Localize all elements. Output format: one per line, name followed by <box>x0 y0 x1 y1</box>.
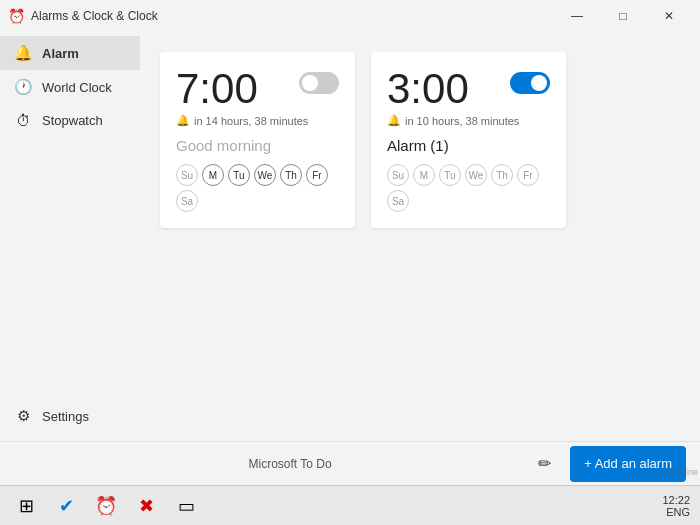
alarm-grid: 7:00 🔔 in 14 hours, 38 minutes Good morn… <box>160 52 680 228</box>
gear-icon: ⚙ <box>14 407 32 425</box>
minimize-button[interactable]: — <box>554 0 600 32</box>
app-icon: ⏰ <box>8 8 25 24</box>
day-chip-m[interactable]: M <box>202 164 224 186</box>
title-bar: ⏰ Alarms & Clock & Clock — □ ✕ <box>0 0 700 32</box>
toggle-thumb <box>531 75 547 91</box>
day-chip-th[interactable]: Th <box>280 164 302 186</box>
day-chip-fr[interactable]: Fr <box>517 164 539 186</box>
day-chip-su[interactable]: Su <box>387 164 409 186</box>
settings-label: Settings <box>42 409 89 424</box>
bottom-right: ✏ + Add an alarm <box>526 446 686 482</box>
title-bar-left: ⏰ Alarms & Clock & Clock <box>8 8 158 24</box>
day-chip-tu[interactable]: Tu <box>228 164 250 186</box>
alarm-time-remaining: in 14 hours, 38 minutes <box>194 115 308 127</box>
close-button[interactable]: ✕ <box>646 0 692 32</box>
alarm-header: 3:00 <box>387 68 550 110</box>
title-bar-controls: — □ ✕ <box>554 0 692 32</box>
sidebar-label-alarm: Alarm <box>42 46 79 61</box>
taskbar-icons: ⊞✔⏰✖▭ <box>10 490 202 522</box>
bottom-center-text: Microsoft To Do <box>249 457 332 471</box>
alarm-bell-icon: 🔔 <box>176 114 190 127</box>
alarm-time-remaining: in 10 hours, 38 minutes <box>405 115 519 127</box>
alarm-label: Alarm (1) <box>387 137 550 154</box>
alarm-icon: 🔔 <box>14 44 32 62</box>
days-row: SuMTuWeThFrSa <box>176 164 339 212</box>
taskbar: ⊞✔⏰✖▭ 12:22 ENG <box>0 485 700 525</box>
main-content: 7:00 🔔 in 14 hours, 38 minutes Good morn… <box>140 32 700 441</box>
maximize-button[interactable]: □ <box>600 0 646 32</box>
day-chip-we[interactable]: We <box>254 164 276 186</box>
taskbar-time: 12:22 <box>662 494 690 506</box>
day-chip-sa[interactable]: Sa <box>176 190 198 212</box>
sidebar-label-stopwatch: Stopwatch <box>42 113 103 128</box>
cancel-icon[interactable]: ✖ <box>130 490 162 522</box>
alarm-subtext: 🔔 in 14 hours, 38 minutes <box>176 114 339 127</box>
day-chip-m[interactable]: M <box>413 164 435 186</box>
app-body: 🔔 Alarm 🕐 World Clock ⏱ Stopwatch ⚙ Sett… <box>0 32 700 441</box>
sidebar-item-settings[interactable]: ⚙ Settings <box>0 399 140 433</box>
day-chip-tu[interactable]: Tu <box>439 164 461 186</box>
sidebar-bottom: ⚙ Settings <box>0 137 140 441</box>
worldclock-icon: 🕐 <box>14 78 32 96</box>
alarm-toggle[interactable] <box>510 72 550 94</box>
day-chip-fr[interactable]: Fr <box>306 164 328 186</box>
alarm-header: 7:00 <box>176 68 339 110</box>
edit-button[interactable]: ✏ <box>526 446 562 482</box>
stopwatch-icon: ⏱ <box>14 112 32 129</box>
sidebar-item-stopwatch[interactable]: ⏱ Stopwatch <box>0 104 140 137</box>
alarm-time: 7:00 <box>176 68 258 110</box>
sidebar-label-worldclock: World Clock <box>42 80 112 95</box>
taskbar-clock: 12:22 ENG <box>662 494 690 518</box>
add-alarm-button[interactable]: + Add an alarm <box>570 446 686 482</box>
day-chip-su[interactable]: Su <box>176 164 198 186</box>
sidebar-item-worldclock[interactable]: 🕐 World Clock <box>0 70 140 104</box>
alarm-time: 3:00 <box>387 68 469 110</box>
todo-app[interactable]: ✔ <box>50 490 82 522</box>
alarm-label: Good morning <box>176 137 339 154</box>
alarm-card-1[interactable]: 3:00 🔔 in 10 hours, 38 minutes Alarm (1)… <box>371 52 566 228</box>
alarm-subtext: 🔔 in 10 hours, 38 minutes <box>387 114 550 127</box>
toggle-thumb <box>302 75 318 91</box>
day-chip-we[interactable]: We <box>465 164 487 186</box>
app-title: Alarms & Clock & Clock <box>31 9 158 23</box>
sidebar-item-alarm[interactable]: 🔔 Alarm <box>0 36 140 70</box>
sidebar: 🔔 Alarm 🕐 World Clock ⏱ Stopwatch ⚙ Sett… <box>0 32 140 441</box>
start-menu[interactable]: ⊞ <box>10 490 42 522</box>
taskbar-date: ENG <box>666 506 690 518</box>
alarm-toggle[interactable] <box>299 72 339 94</box>
alarm-bell-icon: 🔔 <box>387 114 401 127</box>
show-desktop[interactable]: ▭ <box>170 490 202 522</box>
clock-app[interactable]: ⏰ <box>90 490 122 522</box>
day-chip-sa[interactable]: Sa <box>387 190 409 212</box>
alarm-card-0[interactable]: 7:00 🔔 in 14 hours, 38 minutes Good morn… <box>160 52 355 228</box>
bottom-bar: Microsoft To Do ✏ + Add an alarm <box>0 441 700 485</box>
day-chip-th[interactable]: Th <box>491 164 513 186</box>
days-row: SuMTuWeThFrSa <box>387 164 550 212</box>
